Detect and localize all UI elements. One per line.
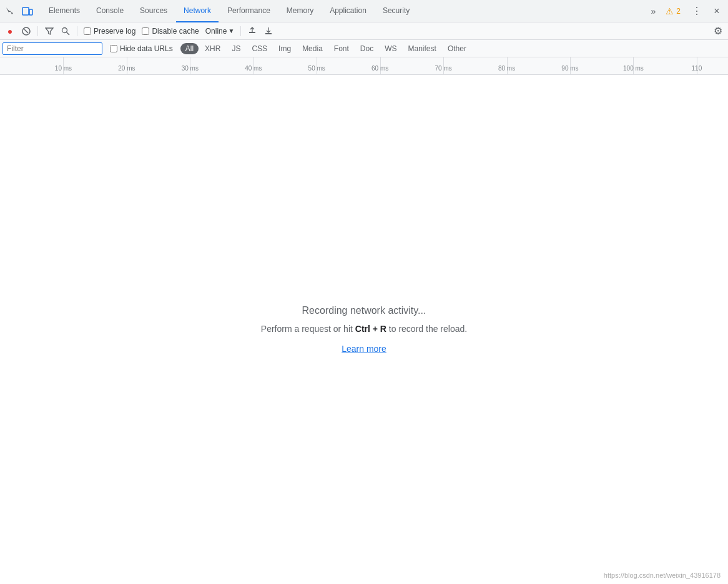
tab-application[interactable]: Application (322, 0, 374, 22)
svg-rect-7 (265, 33, 272, 34)
warning-badge[interactable]: ⚠ 2 (661, 6, 686, 16)
shortcut-text: Ctrl + R (355, 324, 386, 334)
export-har-button[interactable] (261, 24, 276, 39)
filter-type-all[interactable]: All (180, 43, 199, 54)
tab-console[interactable]: Console (89, 0, 131, 22)
settings-button[interactable]: ⚙ (711, 24, 726, 39)
throttling-select[interactable]: Online ▼ (203, 27, 237, 36)
learn-more-link[interactable]: Learn more (342, 344, 386, 354)
warning-count: 2 (676, 7, 681, 16)
timeline-tick: 80 ms (498, 65, 515, 72)
more-options-button[interactable]: ⋮ (688, 2, 706, 20)
search-icon[interactable] (58, 24, 73, 39)
preserve-log-checkbox[interactable]: Preserve log (81, 27, 138, 36)
filter-types: AllXHRJSCSSImgMediaFontDocWSManifestOthe… (180, 43, 471, 54)
hide-data-urls-label: Hide data URLs (120, 44, 173, 53)
tab-bar: Elements Console Sources Network Perform… (0, 0, 728, 22)
divider-3 (240, 26, 241, 36)
filter-type-manifest[interactable]: Manifest (403, 43, 441, 54)
filter-type-font[interactable]: Font (329, 43, 354, 54)
hide-data-urls-input[interactable] (110, 45, 117, 52)
devtools-icons (2, 4, 35, 19)
inspect-icon[interactable] (2, 4, 17, 19)
tab-performance[interactable]: Performance (220, 0, 278, 22)
timeline-header: 10 ms20 ms30 ms40 ms50 ms60 ms70 ms80 ms… (0, 57, 728, 75)
svg-rect-1 (29, 9, 32, 15)
more-tabs-button[interactable]: » (649, 0, 659, 22)
tab-memory[interactable]: Memory (279, 0, 321, 22)
filter-type-js[interactable]: JS (227, 43, 245, 54)
close-devtools-button[interactable]: × (708, 2, 726, 20)
record-button[interactable]: ● (2, 24, 17, 39)
recording-status-text: Recording network activity... (302, 305, 426, 316)
tab-security[interactable]: Security (375, 0, 417, 22)
divider-1 (37, 26, 38, 36)
filter-bar: Hide data URLs AllXHRJSCSSImgMediaFontDo… (0, 40, 728, 57)
timeline-tick: 70 ms (435, 65, 451, 72)
timeline-tick: 60 ms (371, 65, 388, 72)
disable-cache-checkbox[interactable]: Disable cache (139, 27, 201, 36)
instruction-before: Perform a request or hit (261, 324, 355, 334)
tab-actions: » ⚠ 2 ⋮ × (649, 0, 726, 22)
disable-cache-label: Disable cache (152, 27, 199, 36)
divider-2 (77, 26, 77, 36)
svg-rect-6 (249, 32, 255, 33)
tab-sources[interactable]: Sources (132, 0, 175, 22)
timeline-tick: 20 ms (118, 65, 135, 72)
tab-network[interactable]: Network (176, 0, 219, 22)
import-har-button[interactable] (245, 24, 260, 39)
throttling-label: Online (205, 27, 227, 36)
filter-type-img[interactable]: Img (273, 43, 296, 54)
timeline-tick: 110 (692, 65, 702, 72)
timeline-ruler: 10 ms20 ms30 ms40 ms50 ms60 ms70 ms80 ms… (0, 57, 728, 74)
instruction-text: Perform a request or hit Ctrl + R to rec… (261, 324, 467, 334)
svg-line-3 (24, 29, 28, 33)
instruction-after: to record the reload. (386, 324, 467, 334)
network-toolbar: ● Preserve log Disable cache Online ▼ (0, 22, 728, 40)
timeline-tick: 100 ms (623, 65, 644, 72)
throttling-dropdown-icon: ▼ (228, 27, 234, 34)
preserve-log-input[interactable] (84, 27, 91, 35)
svg-line-5 (67, 32, 70, 35)
tab-elements[interactable]: Elements (41, 0, 87, 22)
timeline-tick: 50 ms (308, 65, 325, 72)
filter-input[interactable] (2, 42, 102, 55)
main-content: Recording network activity... Perform a … (0, 75, 728, 584)
warning-icon: ⚠ (666, 6, 674, 16)
stop-button[interactable] (19, 24, 34, 39)
watermark: https://blog.csdn.net/weixin_43916178 (604, 572, 721, 579)
svg-point-4 (62, 27, 67, 32)
hide-data-urls-checkbox[interactable]: Hide data URLs (107, 44, 175, 53)
device-toggle-icon[interactable] (20, 4, 35, 19)
timeline-tick: 30 ms (182, 65, 199, 72)
filter-icon[interactable] (42, 24, 57, 39)
filter-type-css[interactable]: CSS (247, 43, 272, 54)
filter-type-other[interactable]: Other (443, 43, 471, 54)
filter-type-xhr[interactable]: XHR (200, 43, 225, 54)
disable-cache-input[interactable] (142, 27, 149, 35)
filter-type-ws[interactable]: WS (380, 43, 401, 54)
timeline-tick: 40 ms (245, 65, 262, 72)
svg-rect-0 (22, 7, 29, 15)
timeline-tick: 90 ms (561, 65, 578, 72)
filter-type-media[interactable]: Media (297, 43, 328, 54)
preserve-log-label: Preserve log (94, 27, 135, 36)
timeline-tick: 10 ms (55, 65, 72, 72)
filter-type-doc[interactable]: Doc (355, 43, 378, 54)
